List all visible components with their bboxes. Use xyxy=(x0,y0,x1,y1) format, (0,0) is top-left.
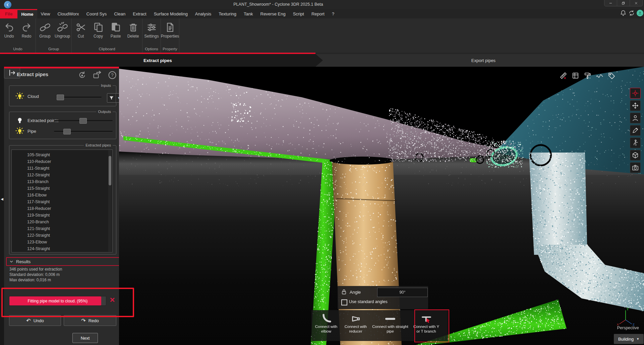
pipe-slider[interactable] xyxy=(54,131,113,132)
notifications-icon[interactable] xyxy=(620,10,627,16)
slope-tool-button[interactable] xyxy=(630,125,641,136)
orbit-tool-button[interactable] xyxy=(630,88,641,99)
account-icon[interactable] xyxy=(637,10,643,16)
chevron-down-icon: ▼ xyxy=(636,337,639,341)
lock-icon[interactable] xyxy=(341,289,347,295)
pipe-list-item[interactable]: 121-Straight xyxy=(12,225,112,232)
settings-button[interactable]: Settings xyxy=(143,21,160,47)
help-icon[interactable]: ? xyxy=(108,70,117,81)
extracted-pipes-list[interactable]: 105-Straight110-Reducer111-Straight112-S… xyxy=(11,150,113,252)
ungroup-button[interactable]: Ungroup xyxy=(54,21,71,47)
scrollbar-thumb[interactable] xyxy=(109,156,111,185)
menu-tab-extract[interactable]: Extract xyxy=(129,9,150,18)
inspection-icon[interactable] xyxy=(595,71,604,80)
3d-viewport[interactable]: Angle Use standard angles Connect withel… xyxy=(119,67,644,345)
button-label-line: pipe xyxy=(387,329,394,334)
measure-icon[interactable] xyxy=(559,71,568,80)
slider-handle[interactable] xyxy=(57,95,64,100)
ribbon-group-options: SettingsOptions xyxy=(142,18,161,53)
pipe-list-item[interactable]: 119-Straight xyxy=(12,212,112,219)
annotation-highlight-box xyxy=(414,309,449,342)
menu-tab-script[interactable]: Script xyxy=(289,9,308,18)
panel-header-icons: ? xyxy=(77,70,117,81)
look-tool-button[interactable] xyxy=(630,113,641,123)
collapse-panel-icon[interactable]: ◀ xyxy=(0,197,4,201)
button-label-line: Connect with straight xyxy=(372,324,408,329)
pipe-list-item[interactable]: 110-Reducer xyxy=(12,158,112,165)
pipe-list-item[interactable]: 117-Straight xyxy=(12,198,112,205)
label-icon[interactable] xyxy=(607,71,616,80)
menu-tab-texturing[interactable]: Texturing xyxy=(215,9,240,18)
pipe-list-item[interactable]: 115-Straight xyxy=(12,185,112,192)
pipe-list-item[interactable]: 111-Straight xyxy=(12,165,112,172)
pipe-list-item[interactable]: 112-Straight xyxy=(12,172,112,178)
detach-icon[interactable] xyxy=(93,70,102,81)
accent-divider xyxy=(0,53,315,54)
menu-tab-view[interactable]: View xyxy=(37,9,54,18)
bulb-on-icon[interactable] xyxy=(15,92,24,101)
results-header[interactable]: Results xyxy=(6,257,121,266)
pipe-list-item[interactable]: 122-Straight xyxy=(12,232,112,239)
walk-tool-button[interactable] xyxy=(630,137,641,148)
redo-button[interactable]: Redo xyxy=(18,21,35,47)
menu-tab-clean[interactable]: Clean xyxy=(110,9,129,18)
menu-tab-cloudworx[interactable]: CloudWorx xyxy=(54,9,82,18)
slider-handle[interactable] xyxy=(79,118,87,124)
copy-button[interactable]: Copy xyxy=(90,21,107,47)
list-scrollbar[interactable] xyxy=(108,150,112,252)
back-icon[interactable] xyxy=(4,1,11,8)
pipe-list-item[interactable]: 124-Straight xyxy=(12,245,112,252)
ribbon-toolbar: UndoRedoUndoGroupUngroupGroupCutCopyPast… xyxy=(0,18,644,53)
undo-button[interactable]: Undo xyxy=(0,21,18,47)
minimize-button[interactable] xyxy=(604,0,617,6)
sync-icon[interactable] xyxy=(628,10,635,16)
restore-button[interactable] xyxy=(617,0,630,6)
use-standard-angles-checkbox[interactable] xyxy=(341,299,347,305)
menu-tab-analysis[interactable]: Analysis xyxy=(191,9,215,18)
slider-handle[interactable] xyxy=(63,129,71,134)
pipe-list-item[interactable]: 123-Elbow xyxy=(12,239,112,245)
cube-tool-button[interactable] xyxy=(630,150,641,161)
menu-tab-tank[interactable]: Tank xyxy=(240,9,256,18)
building-mode-dropdown[interactable]: Building ▼ xyxy=(614,334,644,344)
bulb-on-icon[interactable] xyxy=(15,127,24,135)
close-button[interactable] xyxy=(630,0,642,6)
pipe-list-item[interactable]: 116-Elbow xyxy=(12,192,112,198)
angle-popup: Angle Use standard angles xyxy=(338,286,428,309)
paste-button[interactable]: Paste xyxy=(107,21,124,47)
menu-tab-coord-sys[interactable]: Coord Sys xyxy=(83,9,111,18)
pipe-list-item[interactable]: 105-Straight xyxy=(12,152,112,158)
reset-icon[interactable] xyxy=(77,70,87,81)
menu-tab-reverse-eng[interactable]: Reverse Eng xyxy=(257,9,289,18)
pipe-list-item[interactable]: 120-Branch xyxy=(12,219,112,225)
wizard-step-export-pipes[interactable]: Export pipes xyxy=(323,54,644,67)
clipping-icon[interactable] xyxy=(571,71,580,80)
bulb-white-icon[interactable] xyxy=(15,116,24,125)
menu-tab-surface-modeling[interactable]: Surface Modeling xyxy=(150,9,191,18)
menu-tab-?[interactable]: ? xyxy=(328,9,338,18)
menu-tab-file[interactable]: File xyxy=(0,9,17,18)
angle-input[interactable] xyxy=(377,288,428,297)
connect-with-elbow-button[interactable]: Connect withelbow xyxy=(311,310,341,341)
properties-button[interactable]: Properties xyxy=(161,21,179,47)
menu-tab-report[interactable]: Report xyxy=(308,9,328,18)
cut-button[interactable]: Cut xyxy=(72,21,90,47)
wizard-step-bar: Extract pipes Export pipes xyxy=(0,54,644,67)
connect-with-pipe-button[interactable]: Connect with straightpipe xyxy=(370,310,410,341)
wizard-step-extract-pipes[interactable]: Extract pipes xyxy=(0,54,323,67)
angle-label: Angle xyxy=(350,290,361,295)
axis-gizmo[interactable]: Y X Z xyxy=(615,306,636,326)
group-button[interactable]: Group xyxy=(36,21,54,47)
menu-tab-home[interactable]: Home xyxy=(17,9,37,18)
next-button[interactable]: Next xyxy=(72,333,98,343)
filter-icon xyxy=(107,94,116,102)
capture-tool-button[interactable] xyxy=(630,162,641,173)
extracted-points-slider[interactable] xyxy=(54,120,113,121)
connect-with-reducer-button[interactable]: Connect withreducer xyxy=(341,310,370,341)
pipe-list-item[interactable]: 118-Reducer xyxy=(12,205,112,212)
pan-tool-button[interactable] xyxy=(630,100,641,111)
paint-icon[interactable] xyxy=(583,71,592,80)
delete-button[interactable]: Delete xyxy=(124,21,142,47)
cloud-opacity-slider[interactable] xyxy=(56,97,102,98)
pipe-list-item[interactable]: 113-Branch xyxy=(12,178,112,185)
